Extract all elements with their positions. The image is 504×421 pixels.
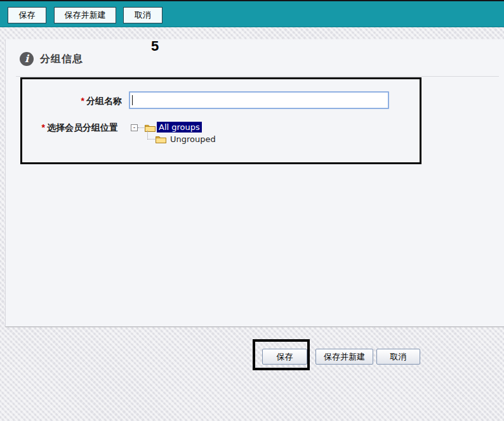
tree-elbow-connector: [147, 131, 155, 139]
toolbar-cancel-button[interactable]: 取消: [123, 7, 162, 23]
info-icon: i: [20, 52, 34, 66]
tree-connector-line: [138, 127, 144, 128]
group-name-label-text: 分组名称: [86, 96, 122, 106]
required-marker: *: [42, 122, 45, 133]
save-and-new-button[interactable]: 保存并新建: [315, 349, 373, 365]
header-divider: [16, 76, 499, 77]
page-title: 分组信息: [40, 53, 83, 66]
toolbar-save-and-new-button[interactable]: 保存并新建: [54, 7, 116, 23]
save-button[interactable]: 保存: [262, 349, 307, 365]
group-name-input[interactable]: [129, 91, 389, 109]
group-location-label: *选择会员分组位置: [22, 122, 118, 134]
folder-icon: [156, 134, 166, 143]
text-caret: [132, 95, 133, 105]
top-toolbar: 保存 保存并新建 取消: [0, 0, 504, 27]
tree-collapse-icon[interactable]: -: [131, 124, 138, 131]
page: { "colors": { "topbar": "#1699a8", "tree…: [0, 0, 504, 421]
required-marker: *: [81, 96, 84, 106]
tree-node-all-groups[interactable]: All groups: [157, 122, 202, 133]
cancel-button[interactable]: 取消: [376, 349, 420, 365]
tree-node-ungrouped[interactable]: Ungrouped: [169, 134, 216, 145]
toolbar-save-button[interactable]: 保存: [8, 7, 46, 23]
group-location-label-text: 选择会员分组位置: [47, 122, 118, 133]
annotation-step-number: 5: [151, 38, 159, 55]
group-info-panel: i 分组信息: [5, 39, 504, 327]
group-name-label: *分组名称: [25, 96, 122, 107]
